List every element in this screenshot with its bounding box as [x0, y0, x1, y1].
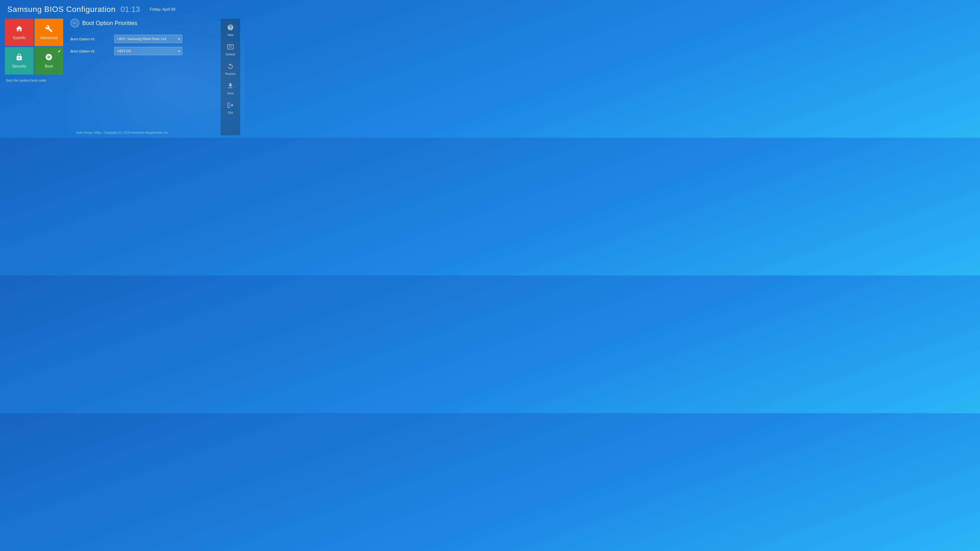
restore-label: Restore — [225, 72, 235, 76]
tile-security-label: Security — [12, 64, 26, 68]
boot-option-1-select[interactable]: UEFI: Samsung Flash Drive 110 UEFI OS Di… — [114, 35, 182, 43]
boot-option-2-row: Boot Option #2 UEFI OS UEFI: Samsung Fla… — [70, 47, 216, 55]
help-icon — [227, 24, 234, 32]
boot-checkmark: ✔ — [57, 49, 61, 54]
default-icon — [227, 43, 234, 52]
lock-icon — [15, 53, 23, 63]
footer-text: Aptio Setup Utility - Copyright (C) 2020… — [76, 131, 169, 134]
boot-option-2-label: Boot Option #2 — [70, 49, 110, 53]
header: Samsung BIOS Configuration 01:13 Friday,… — [0, 0, 245, 16]
exit-button[interactable]: Exit — [221, 99, 240, 118]
boot-option-2-select-wrapper: UEFI OS UEFI: Samsung Flash Drive 110 Di… — [114, 47, 182, 55]
help-button[interactable]: Help — [221, 21, 240, 40]
clock: 01:13 — [121, 5, 140, 14]
nav-panel: SysInfo Advanced Security — [5, 19, 63, 130]
boot-option-1-label: Boot Option #1 — [70, 37, 110, 41]
boot-option-1-select-wrapper: UEFI: Samsung Flash Drive 110 UEFI OS Di… — [114, 35, 182, 43]
tile-sysinfo-label: SysInfo — [13, 36, 25, 40]
exit-label: Exit — [228, 111, 233, 114]
default-button[interactable]: Default — [221, 41, 240, 59]
default-label: Default — [226, 53, 235, 56]
date-display: Friday, April 09 — [150, 7, 175, 12]
tile-boot[interactable]: ✔ Boot — [35, 47, 63, 75]
tile-advanced-label: Advanced — [40, 36, 57, 40]
app-title: Samsung BIOS Configuration — [7, 5, 116, 14]
save-icon — [227, 83, 234, 91]
tile-sysinfo[interactable]: SysInfo — [5, 19, 33, 46]
tile-boot-label: Boot — [45, 64, 53, 68]
back-button[interactable]: ← — [70, 19, 79, 27]
tile-security[interactable]: Security — [5, 47, 33, 75]
boot-option-1-row: Boot Option #1 UEFI: Samsung Flash Drive… — [70, 35, 216, 43]
wrench-icon — [45, 25, 53, 34]
section-title: Boot Option Priorities — [82, 20, 137, 27]
main-layout: SysInfo Advanced Security — [0, 16, 245, 130]
back-btn-row: ← Boot Option Priorities — [70, 19, 216, 27]
right-sidebar: Help Default Restore — [221, 19, 240, 135]
save-label: Save — [227, 92, 234, 95]
disk-icon — [45, 53, 53, 63]
restore-icon — [227, 63, 234, 71]
nav-tiles: SysInfo Advanced Security — [5, 19, 63, 75]
content-panel: ← Boot Option Priorities Boot Option #1 … — [63, 19, 221, 130]
help-label: Help — [228, 33, 234, 37]
restore-button[interactable]: Restore — [221, 60, 240, 78]
home-icon — [15, 25, 23, 34]
nav-description: Sets the system boot order — [5, 78, 63, 83]
tile-advanced[interactable]: Advanced — [35, 19, 63, 46]
boot-options: Boot Option #1 UEFI: Samsung Flash Drive… — [70, 35, 216, 55]
exit-icon — [227, 102, 234, 110]
save-button[interactable]: Save — [221, 79, 240, 98]
boot-option-2-select[interactable]: UEFI OS UEFI: Samsung Flash Drive 110 Di… — [114, 47, 182, 55]
footer: Aptio Setup Utility - Copyright (C) 2020… — [0, 131, 245, 134]
